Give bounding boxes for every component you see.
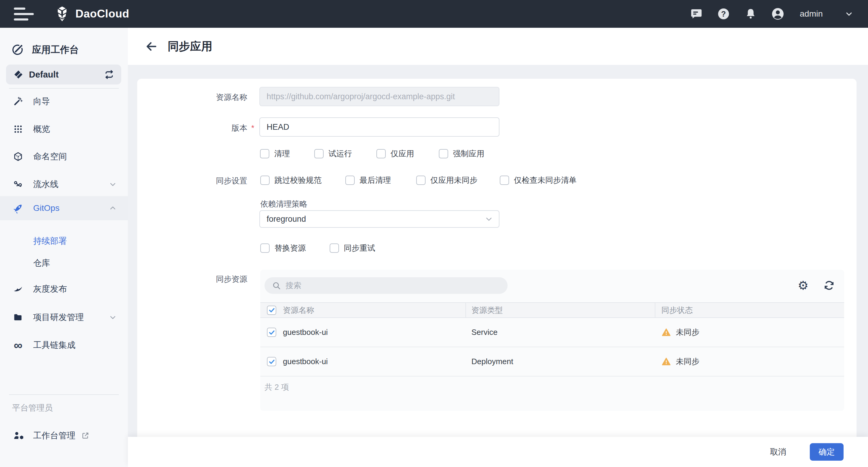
- checkbox-apply-out-of-sync-only[interactable]: 仅应用未同步: [416, 175, 477, 186]
- sidebar-item-project-mgmt[interactable]: 项目研发管理: [0, 305, 128, 330]
- sidebar-item-repository[interactable]: 仓库: [33, 257, 50, 269]
- sidebar-item-wizard[interactable]: 向导: [0, 89, 128, 114]
- current-workspace-label: Default: [29, 70, 59, 80]
- sync-resources-panel: ⚙ 资源名称 资源类型 同步状态: [260, 270, 844, 411]
- workspace-icon: [11, 43, 24, 56]
- sidebar-item-continuous-deploy[interactable]: 持续部署: [33, 235, 67, 247]
- sidebar-item-label: 概览: [33, 123, 50, 135]
- checkbox-replace-resource[interactable]: 替换资源: [260, 243, 306, 253]
- sidebar-item-toolchain[interactable]: ∞ 工具链集成: [0, 333, 128, 357]
- resource-search[interactable]: [265, 277, 507, 294]
- sidebar-item-label: 流水线: [33, 179, 59, 190]
- sync-status: 未同步: [676, 356, 700, 367]
- resource-kind: Service: [466, 328, 655, 337]
- topbar: DaoCloud ?: [0, 0, 868, 28]
- sidebar-item-gray-release[interactable]: 灰度发布: [0, 277, 128, 301]
- resources-table: 资源名称 资源类型 同步状态 guestbook-ui Service: [260, 302, 844, 376]
- checkbox-box[interactable]: [416, 176, 426, 185]
- back-arrow-icon[interactable]: [144, 39, 159, 54]
- cancel-button[interactable]: 取消: [764, 442, 792, 462]
- external-link-icon: [81, 431, 90, 440]
- checkbox-prune[interactable]: 清理: [260, 149, 290, 159]
- folder-icon: [13, 312, 24, 323]
- workspace-title: 应用工作台: [32, 43, 79, 56]
- checkbox-box[interactable]: [260, 176, 270, 185]
- sidebar-item-label: 工具链集成: [33, 339, 75, 351]
- cube-icon: [13, 151, 24, 162]
- required-asterisk: *: [251, 123, 254, 133]
- column-header: 资源名称: [283, 305, 314, 316]
- search-input[interactable]: [286, 281, 497, 290]
- user-avatar[interactable]: [771, 7, 785, 21]
- checkbox-box[interactable]: [260, 244, 270, 253]
- grid-dots-icon: [13, 124, 24, 134]
- brand-logo: DaoCloud: [54, 5, 129, 22]
- checkbox-box[interactable]: [500, 176, 509, 185]
- table-row[interactable]: guestbook-ui Deployment 未同步: [260, 347, 844, 376]
- checkbox-prune-last[interactable]: 最后清理: [345, 175, 391, 186]
- checkbox-dry-run[interactable]: 试运行: [314, 149, 352, 159]
- row-checkbox[interactable]: [267, 328, 276, 337]
- checkbox-box[interactable]: [314, 149, 323, 158]
- workspace-header: 应用工作台: [0, 39, 128, 60]
- username-label[interactable]: admin: [800, 9, 823, 19]
- svg-text:?: ?: [721, 10, 726, 18]
- infinity-icon: ∞: [13, 340, 24, 350]
- switch-workspace-icon[interactable]: [104, 69, 115, 80]
- page-header: 同步应用: [128, 28, 868, 65]
- sidebar: 应用工作台 Default: [0, 28, 128, 467]
- notifications-bell-icon[interactable]: [744, 7, 757, 21]
- resource-name-input: [259, 87, 499, 106]
- messages-icon[interactable]: [689, 7, 703, 21]
- menu-toggle-icon[interactable]: [14, 7, 35, 21]
- checkbox-box[interactable]: [345, 176, 355, 185]
- checkbox-check-out-of-sync-manifest-only[interactable]: 仅检查未同步清单: [500, 175, 577, 186]
- column-settings-gear-icon[interactable]: ⚙: [797, 279, 810, 292]
- resource-name-label: 资源名称: [137, 92, 247, 102]
- confirm-button[interactable]: 确定: [810, 443, 843, 461]
- checkbox-box[interactable]: [330, 244, 339, 253]
- sidebar-item-pipeline[interactable]: 流水线: [0, 172, 128, 196]
- sidebar-item-overview[interactable]: 概览: [0, 117, 128, 141]
- sidebar-item-label: 项目研发管理: [33, 312, 84, 323]
- sync-app-form-card: 资源名称 版本 * 清理 试运行 仅应用 强制应用 同步设置 跳过校验规范 最后…: [137, 79, 857, 456]
- wand-icon: [13, 96, 24, 107]
- checkbox-box[interactable]: [260, 149, 269, 158]
- admin-person-cube-icon: [13, 430, 24, 441]
- checkbox-box[interactable]: [439, 149, 448, 158]
- workspace-selector[interactable]: Default: [6, 65, 121, 85]
- refresh-icon[interactable]: [823, 279, 836, 292]
- bird-icon: [13, 284, 24, 294]
- table-row[interactable]: guestbook-ui Service 未同步: [260, 318, 844, 347]
- sidebar-item-namespace[interactable]: 命名空间: [0, 145, 128, 168]
- daocloud-logo-icon: [54, 5, 70, 22]
- checkbox-apply-only[interactable]: 仅应用: [376, 149, 414, 159]
- checkbox-force-apply[interactable]: 强制应用: [439, 149, 484, 159]
- prune-policy-select[interactable]: foreground: [259, 210, 499, 228]
- help-icon[interactable]: ?: [717, 7, 731, 21]
- sidebar-item-workbench-mgmt[interactable]: 工作台管理: [0, 424, 128, 448]
- sidebar-item-label: GitOps: [33, 203, 59, 213]
- checkbox-box[interactable]: [376, 149, 386, 158]
- chevron-down-icon: [108, 180, 117, 189]
- brand-name: DaoCloud: [75, 7, 129, 20]
- resource-kind: Deployment: [466, 357, 655, 366]
- resource-name: guestbook-ui: [283, 357, 328, 366]
- sync-resources-label: 同步资源: [137, 274, 247, 284]
- sidebar-item-label: 命名空间: [33, 151, 67, 162]
- revision-label: 版本: [137, 123, 247, 133]
- prune-policy-value: foreground: [267, 215, 306, 224]
- checkbox-sync-retry[interactable]: 同步重试: [330, 243, 375, 253]
- checkbox-skip-schema-validation[interactable]: 跳过校验规范: [260, 175, 321, 186]
- search-icon: [272, 281, 281, 290]
- row-checkbox[interactable]: [267, 357, 276, 366]
- sidebar-divider: [9, 394, 119, 395]
- user-menu-chevron-down-icon[interactable]: [844, 9, 854, 19]
- sidebar-item-label: 工作台管理: [33, 430, 75, 441]
- rocket-icon: [13, 203, 24, 214]
- column-header: 资源类型: [466, 303, 655, 317]
- revision-input[interactable]: [259, 117, 499, 137]
- select-all-checkbox[interactable]: [267, 306, 276, 315]
- sidebar-item-gitops[interactable]: GitOps: [0, 196, 128, 220]
- sync-settings-label: 同步设置: [137, 176, 247, 186]
